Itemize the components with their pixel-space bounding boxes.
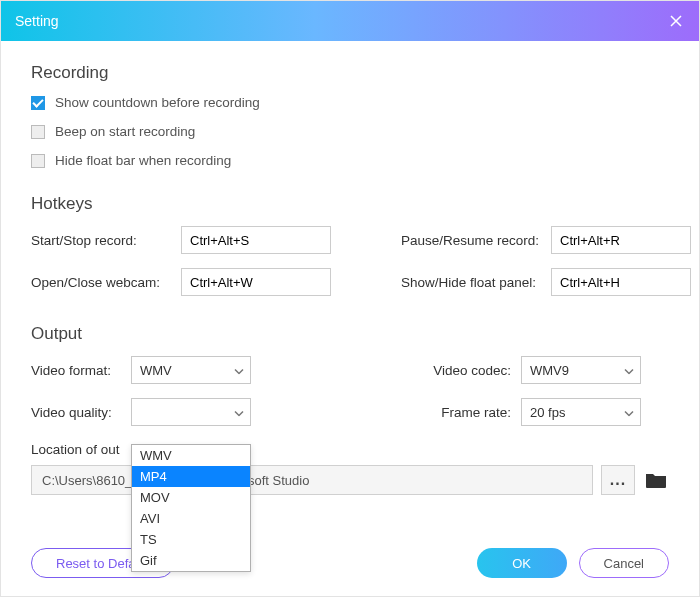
countdown-option[interactable]: Show countdown before recording bbox=[31, 95, 669, 110]
checkbox-icon[interactable] bbox=[31, 154, 45, 168]
video-codec-select[interactable]: WMV9 bbox=[521, 356, 641, 384]
video-format-value: WMV bbox=[140, 363, 172, 378]
open-folder-icon[interactable] bbox=[643, 467, 669, 493]
browse-button[interactable]: ... bbox=[601, 465, 635, 495]
titlebar: Setting bbox=[1, 1, 699, 41]
footer: Reset to Default OK Cancel bbox=[1, 536, 699, 596]
webcam-label: Open/Close webcam: bbox=[31, 275, 181, 290]
location-input[interactable] bbox=[31, 465, 593, 495]
close-icon[interactable] bbox=[667, 12, 685, 30]
video-quality-select[interactable] bbox=[131, 398, 251, 426]
hotkeys-section-title: Hotkeys bbox=[31, 194, 669, 214]
hide-floatbar-option[interactable]: Hide float bar when recording bbox=[31, 153, 669, 168]
pause-resume-label: Pause/Resume record: bbox=[401, 233, 551, 248]
ok-button[interactable]: OK bbox=[477, 548, 567, 578]
location-label: Location of out bbox=[31, 442, 669, 457]
frame-rate-value: 20 fps bbox=[530, 405, 565, 420]
pause-resume-input[interactable] bbox=[551, 226, 691, 254]
video-codec-value: WMV9 bbox=[530, 363, 569, 378]
option-label: Beep on start recording bbox=[55, 124, 195, 139]
video-format-dropdown[interactable]: WMVMP4MOVAVITSGif bbox=[131, 444, 251, 572]
format-option[interactable]: TS bbox=[132, 529, 250, 550]
chevron-down-icon bbox=[624, 405, 634, 420]
video-format-select[interactable]: WMV bbox=[131, 356, 251, 384]
format-option[interactable]: MP4 bbox=[132, 466, 250, 487]
format-option[interactable]: MOV bbox=[132, 487, 250, 508]
format-option[interactable]: WMV bbox=[132, 445, 250, 466]
format-option[interactable]: AVI bbox=[132, 508, 250, 529]
option-label: Hide float bar when recording bbox=[55, 153, 231, 168]
float-panel-input[interactable] bbox=[551, 268, 691, 296]
float-panel-label: Show/Hide float panel: bbox=[401, 275, 551, 290]
format-option[interactable]: Gif bbox=[132, 550, 250, 571]
video-quality-label: Video quality: bbox=[31, 405, 131, 420]
video-format-label: Video format: bbox=[31, 363, 131, 378]
chevron-down-icon bbox=[234, 405, 244, 420]
start-stop-label: Start/Stop record: bbox=[31, 233, 181, 248]
start-stop-input[interactable] bbox=[181, 226, 331, 254]
webcam-input[interactable] bbox=[181, 268, 331, 296]
content-area: Recording Show countdown before recordin… bbox=[1, 41, 699, 536]
hotkeys-grid: Start/Stop record: Pause/Resume record: … bbox=[31, 226, 669, 296]
cancel-button[interactable]: Cancel bbox=[579, 548, 669, 578]
option-label: Show countdown before recording bbox=[55, 95, 260, 110]
location-row: ... bbox=[31, 465, 669, 495]
video-codec-label: Video codec: bbox=[431, 363, 521, 378]
settings-window: Setting Recording Show countdown before … bbox=[0, 0, 700, 597]
output-grid: Video format: WMV Video codec: WMV9 Vide… bbox=[31, 356, 669, 426]
chevron-down-icon bbox=[234, 363, 244, 378]
beep-option[interactable]: Beep on start recording bbox=[31, 124, 669, 139]
checkbox-icon[interactable] bbox=[31, 96, 45, 110]
frame-rate-label: Frame rate: bbox=[431, 405, 521, 420]
recording-section-title: Recording bbox=[31, 63, 669, 83]
checkbox-icon[interactable] bbox=[31, 125, 45, 139]
window-title: Setting bbox=[15, 13, 667, 29]
frame-rate-select[interactable]: 20 fps bbox=[521, 398, 641, 426]
chevron-down-icon bbox=[624, 363, 634, 378]
output-section-title: Output bbox=[31, 324, 669, 344]
